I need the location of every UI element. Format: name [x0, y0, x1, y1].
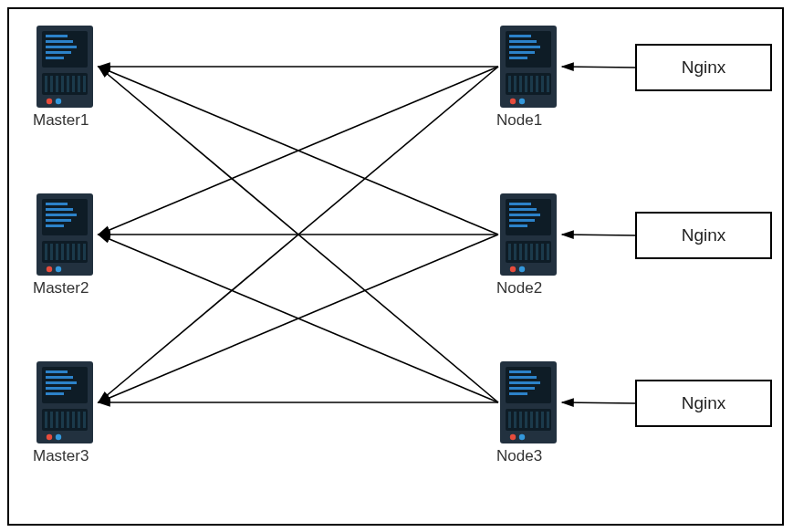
svg-rect-58: [509, 46, 540, 48]
svg-rect-21: [46, 208, 73, 211]
svg-rect-4: [46, 46, 77, 48]
svg-rect-59: [509, 51, 535, 54]
svg-rect-26: [45, 244, 47, 260]
node-server-3: [496, 360, 560, 445]
svg-point-17: [56, 99, 61, 104]
svg-rect-7: [42, 73, 88, 95]
svg-rect-99: [514, 412, 516, 428]
master-label-2: Master2: [33, 279, 89, 297]
svg-rect-94: [509, 381, 540, 384]
svg-rect-86: [541, 244, 544, 260]
master-server-3: [33, 360, 97, 445]
svg-rect-75: [509, 208, 537, 211]
svg-rect-46: [56, 412, 58, 428]
svg-point-107: [519, 434, 525, 440]
svg-rect-104: [541, 412, 544, 428]
nginx-box-2: Nginx: [635, 212, 772, 259]
svg-rect-100: [519, 412, 522, 428]
nginx-label-1: Nginx: [682, 57, 726, 78]
svg-rect-44: [45, 412, 47, 428]
svg-rect-93: [509, 376, 537, 379]
svg-rect-47: [61, 412, 64, 428]
svg-rect-74: [509, 203, 531, 205]
svg-point-71: [519, 99, 525, 104]
svg-rect-77: [509, 219, 535, 222]
svg-rect-39: [46, 376, 73, 379]
svg-rect-38: [46, 370, 68, 373]
svg-rect-64: [519, 76, 522, 92]
svg-rect-84: [530, 244, 533, 260]
svg-rect-32: [78, 244, 80, 260]
svg-rect-76: [509, 214, 540, 216]
svg-rect-62: [508, 76, 511, 92]
svg-rect-101: [525, 412, 527, 428]
svg-rect-22: [46, 214, 77, 216]
svg-rect-98: [508, 412, 511, 428]
svg-rect-25: [42, 241, 88, 263]
svg-rect-65: [525, 76, 527, 92]
svg-rect-13: [72, 76, 75, 92]
server-icon: [33, 192, 97, 277]
svg-rect-28: [56, 244, 58, 260]
svg-rect-33: [83, 244, 86, 260]
server-icon: [496, 192, 560, 277]
master-server-2: [33, 192, 97, 277]
svg-point-16: [47, 99, 52, 104]
svg-point-52: [47, 434, 52, 440]
svg-rect-81: [514, 244, 516, 260]
server-icon: [496, 360, 560, 445]
svg-rect-9: [50, 76, 53, 92]
node-label-3: Node3: [496, 447, 542, 465]
svg-rect-48: [67, 412, 69, 428]
node-server-2: [496, 192, 560, 277]
svg-rect-96: [509, 392, 527, 395]
svg-point-88: [510, 266, 516, 272]
svg-rect-15: [83, 76, 86, 92]
svg-point-106: [510, 434, 516, 440]
node-label-1: Node1: [496, 111, 542, 130]
node-label-2: Node2: [496, 279, 542, 297]
svg-rect-103: [536, 412, 538, 428]
svg-rect-12: [67, 76, 69, 92]
svg-point-70: [510, 99, 516, 104]
svg-rect-82: [519, 244, 522, 260]
svg-rect-5: [46, 51, 71, 54]
svg-rect-83: [525, 244, 527, 260]
svg-rect-24: [46, 224, 64, 227]
svg-rect-95: [509, 387, 535, 390]
master-label-3: Master3: [33, 447, 89, 465]
svg-rect-50: [78, 412, 80, 428]
nginx-label-3: Nginx: [682, 393, 726, 413]
svg-rect-49: [72, 412, 75, 428]
server-icon: [33, 24, 97, 110]
server-icon: [33, 360, 97, 445]
svg-rect-6: [46, 57, 64, 59]
svg-rect-8: [45, 76, 47, 92]
svg-rect-23: [46, 219, 71, 222]
svg-rect-51: [83, 412, 86, 428]
svg-rect-11: [61, 76, 64, 92]
svg-point-89: [519, 266, 525, 272]
svg-rect-43: [42, 409, 88, 431]
diagram-frame: Master1Master2Master3Node1Node2Node3 Ngi…: [0, 0, 793, 532]
svg-rect-60: [509, 57, 527, 59]
svg-rect-79: [506, 241, 551, 263]
nginx-box-1: Nginx: [635, 44, 772, 91]
svg-rect-56: [509, 35, 531, 37]
svg-rect-3: [46, 40, 73, 43]
svg-rect-85: [536, 244, 538, 260]
svg-rect-57: [509, 40, 537, 43]
svg-rect-30: [67, 244, 69, 260]
svg-rect-45: [50, 412, 53, 428]
master-server-1: [33, 24, 97, 110]
svg-rect-78: [509, 224, 527, 227]
svg-rect-63: [514, 76, 516, 92]
svg-point-35: [56, 266, 61, 272]
svg-rect-27: [50, 244, 53, 260]
svg-rect-40: [46, 381, 77, 384]
svg-rect-29: [61, 244, 64, 260]
svg-point-34: [47, 266, 52, 272]
master-label-1: Master1: [33, 111, 89, 130]
svg-rect-67: [536, 76, 538, 92]
svg-rect-41: [46, 387, 71, 390]
